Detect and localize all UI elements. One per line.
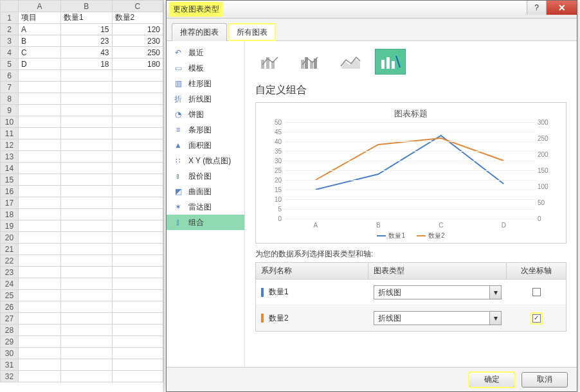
cell[interactable] bbox=[112, 267, 163, 278]
cell[interactable] bbox=[61, 93, 112, 105]
row-hdr[interactable]: 30 bbox=[1, 348, 19, 359]
row-hdr[interactable]: 16 bbox=[1, 186, 19, 197]
row-hdr[interactable]: 29 bbox=[1, 336, 19, 348]
type-combo[interactable]: ⫿组合 bbox=[167, 215, 244, 230]
cell[interactable] bbox=[112, 371, 163, 382]
row-hdr[interactable]: 22 bbox=[1, 255, 19, 267]
cell[interactable] bbox=[61, 70, 112, 82]
type-template[interactable]: ▭模板 bbox=[167, 60, 244, 76]
row-hdr[interactable]: 17 bbox=[1, 197, 19, 209]
cell[interactable] bbox=[112, 220, 163, 232]
cell[interactable] bbox=[61, 139, 112, 151]
cell[interactable] bbox=[112, 359, 163, 371]
row-hdr[interactable]: 11 bbox=[1, 128, 19, 139]
cell[interactable] bbox=[112, 313, 163, 325]
type-pie[interactable]: ◔饼图 bbox=[167, 107, 244, 122]
close-button[interactable]: ✕ bbox=[546, 1, 577, 15]
type-stock[interactable]: ⫾股价图 bbox=[167, 168, 244, 184]
cell[interactable] bbox=[61, 105, 112, 116]
chart-type-dropdown[interactable]: 折线图▾ bbox=[374, 285, 502, 299]
cell[interactable] bbox=[112, 116, 163, 128]
cell[interactable] bbox=[112, 139, 163, 151]
cell[interactable] bbox=[112, 174, 163, 186]
combo-thumb-3[interactable] bbox=[335, 49, 366, 75]
cancel-button[interactable]: 取消 bbox=[521, 372, 568, 388]
cell[interactable] bbox=[61, 325, 112, 336]
row-hdr[interactable]: 19 bbox=[1, 220, 19, 232]
cell[interactable] bbox=[112, 244, 163, 255]
cell[interactable] bbox=[61, 348, 112, 359]
cell[interactable] bbox=[19, 290, 61, 301]
cell[interactable]: 数量2 bbox=[112, 12, 163, 24]
cell[interactable] bbox=[112, 197, 163, 209]
cell[interactable]: 15 bbox=[61, 24, 112, 35]
secondary-axis-checkbox[interactable] bbox=[532, 288, 541, 296]
col-C[interactable]: C bbox=[112, 1, 163, 12]
cell[interactable] bbox=[112, 70, 163, 82]
cell[interactable]: C bbox=[19, 47, 61, 58]
cell[interactable] bbox=[19, 174, 61, 186]
cell[interactable] bbox=[61, 209, 112, 220]
cell[interactable] bbox=[19, 139, 61, 151]
cell[interactable] bbox=[19, 197, 61, 209]
type-radar[interactable]: ✶雷达图 bbox=[167, 199, 244, 215]
cell[interactable] bbox=[112, 209, 163, 220]
cell[interactable] bbox=[19, 325, 61, 336]
cell[interactable]: 项目 bbox=[19, 12, 61, 24]
row-hdr[interactable]: 13 bbox=[1, 151, 19, 163]
cell[interactable] bbox=[112, 186, 163, 197]
corner-cell[interactable] bbox=[1, 1, 19, 12]
cell[interactable] bbox=[112, 151, 163, 163]
cell[interactable]: 43 bbox=[61, 47, 112, 58]
cell[interactable] bbox=[61, 267, 112, 278]
row-hdr[interactable]: 20 bbox=[1, 232, 19, 244]
cell[interactable] bbox=[61, 128, 112, 139]
cell[interactable] bbox=[61, 151, 112, 163]
row-hdr[interactable]: 10 bbox=[1, 116, 19, 128]
cell[interactable]: 230 bbox=[112, 35, 163, 47]
cell[interactable]: D bbox=[19, 58, 61, 70]
cell[interactable] bbox=[19, 359, 61, 371]
row-hdr[interactable]: 9 bbox=[1, 105, 19, 116]
cell[interactable] bbox=[61, 290, 112, 301]
row-hdr[interactable]: 31 bbox=[1, 359, 19, 371]
cell[interactable] bbox=[19, 70, 61, 82]
type-surface[interactable]: ◩曲面图 bbox=[167, 184, 244, 199]
row-hdr[interactable]: 14 bbox=[1, 163, 19, 174]
cell[interactable] bbox=[112, 232, 163, 244]
cell[interactable] bbox=[112, 163, 163, 174]
cell[interactable] bbox=[112, 348, 163, 359]
row-hdr[interactable]: 32 bbox=[1, 371, 19, 382]
cell[interactable] bbox=[19, 105, 61, 116]
type-recent[interactable]: ↶最近 bbox=[167, 45, 244, 60]
row-hdr[interactable]: 6 bbox=[1, 70, 19, 82]
ok-button[interactable]: 确定 bbox=[469, 372, 515, 388]
cell[interactable]: 180 bbox=[112, 58, 163, 70]
cell[interactable] bbox=[61, 186, 112, 197]
cell[interactable] bbox=[19, 267, 61, 278]
cell[interactable] bbox=[61, 255, 112, 267]
type-hbar[interactable]: ≡条形图 bbox=[167, 122, 244, 138]
cell[interactable] bbox=[19, 82, 61, 93]
row-hdr[interactable]: 18 bbox=[1, 209, 19, 220]
titlebar[interactable]: 更改图表类型 ? ✕ bbox=[167, 1, 577, 19]
help-button[interactable]: ? bbox=[527, 1, 546, 15]
cell[interactable] bbox=[61, 371, 112, 382]
combo-thumb-4-selected[interactable] bbox=[375, 49, 406, 75]
cell[interactable] bbox=[112, 278, 163, 290]
cell[interactable]: 数量1 bbox=[61, 12, 112, 24]
col-A[interactable]: A bbox=[19, 1, 61, 12]
type-scatter[interactable]: ∷X Y (散点图) bbox=[167, 153, 244, 168]
row-hdr[interactable]: 15 bbox=[1, 174, 19, 186]
secondary-axis-checkbox[interactable] bbox=[532, 314, 541, 323]
cell[interactable] bbox=[19, 232, 61, 244]
combo-thumb-1[interactable] bbox=[255, 49, 286, 75]
cell[interactable] bbox=[19, 278, 61, 290]
type-area[interactable]: ▲面积图 bbox=[167, 138, 244, 153]
cell[interactable] bbox=[61, 82, 112, 93]
row-hdr[interactable]: 21 bbox=[1, 244, 19, 255]
cell[interactable]: A bbox=[19, 24, 61, 35]
tab-recommended[interactable]: 推荐的图表 bbox=[172, 23, 227, 41]
row-hdr[interactable]: 1 bbox=[1, 12, 19, 24]
row-hdr[interactable]: 27 bbox=[1, 313, 19, 325]
